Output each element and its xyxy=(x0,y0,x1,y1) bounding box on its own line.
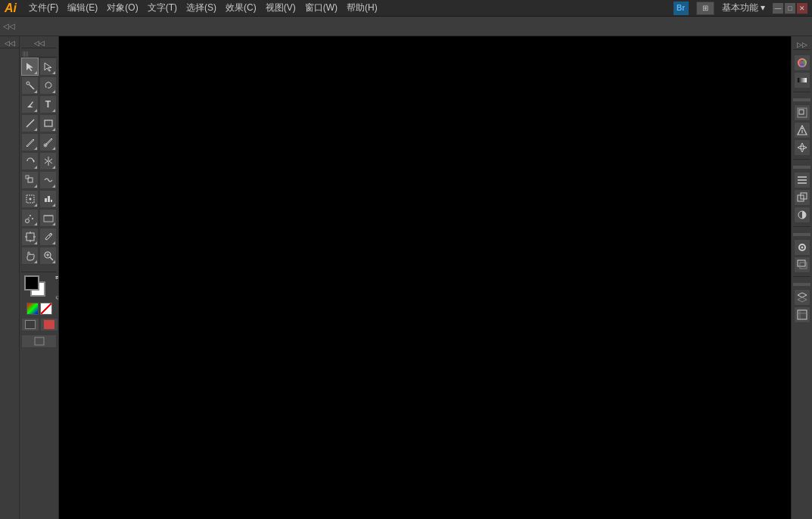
fill-color-box[interactable] xyxy=(24,275,39,291)
right-panels-collapse[interactable]: ▷▷ xyxy=(793,39,810,50)
close-button[interactable]: ✕ xyxy=(797,3,807,14)
svg-point-51 xyxy=(801,247,803,249)
free-transform-tool[interactable] xyxy=(21,190,39,208)
direct-select-tool[interactable] xyxy=(39,57,57,76)
canvas-area[interactable] xyxy=(59,36,791,519)
pathfinder-panel-icon[interactable] xyxy=(794,189,810,206)
warp-tool[interactable] xyxy=(39,171,57,189)
magic-wand-tool[interactable] xyxy=(21,76,39,95)
control-bar: ◁◁ xyxy=(0,17,812,36)
rotate-tool[interactable] xyxy=(21,152,39,170)
tool-row-8 xyxy=(21,190,57,208)
change-screen-mode-button[interactable] xyxy=(21,334,57,348)
links-panel-icon[interactable] xyxy=(794,306,810,323)
right-panels: ▷▷ xyxy=(791,36,812,519)
svg-point-10 xyxy=(29,198,31,200)
menu-select[interactable]: 选择(S) xyxy=(182,0,221,16)
scale-tool[interactable] xyxy=(21,171,39,189)
svg-rect-12 xyxy=(48,196,50,202)
panel-separator-3 xyxy=(793,233,810,236)
title-bar-left: Ai 文件(F) 编辑(E) 对象(O) 文字(T) 选择(S) 效果(C) 视… xyxy=(5,0,382,16)
svg-point-42 xyxy=(801,128,803,129)
arrange-documents-icon[interactable]: ⊞ xyxy=(696,2,714,15)
graph-tool[interactable] xyxy=(39,190,57,208)
svg-point-17 xyxy=(28,217,30,219)
tool-row-2 xyxy=(21,76,57,95)
color-button[interactable] xyxy=(26,303,39,315)
maximize-button[interactable]: □ xyxy=(785,3,795,14)
layers-panel-icon[interactable] xyxy=(794,289,810,306)
pencil-tool[interactable] xyxy=(21,133,39,151)
symbol-sprayer-tool[interactable] xyxy=(21,209,39,227)
svg-rect-38 xyxy=(798,78,807,82)
svg-rect-56 xyxy=(798,310,807,319)
menu-window[interactable]: 窗口(W) xyxy=(300,0,342,16)
select-tool[interactable] xyxy=(21,57,39,76)
tools-panel-collapse[interactable]: ◁◁ xyxy=(21,38,57,48)
symbols-panel-icon[interactable] xyxy=(794,139,810,156)
panel-separator-4 xyxy=(793,283,810,286)
svg-marker-54 xyxy=(798,293,807,297)
main-area: ◁◁ ◁◁ |||| xyxy=(0,36,812,519)
menu-view[interactable]: 视图(V) xyxy=(261,0,300,16)
view-mode-buttons xyxy=(21,318,58,331)
artboards-panel-icon[interactable] xyxy=(794,256,810,273)
transparency-panel-icon[interactable] xyxy=(794,207,810,223)
color-mode-buttons xyxy=(23,303,55,315)
tool-row-3: T xyxy=(21,95,57,113)
none-fill-button[interactable] xyxy=(40,303,52,315)
color-section: ↺ ⇄ xyxy=(21,272,57,316)
svg-rect-3 xyxy=(45,120,52,126)
menu-text[interactable]: 文字(T) xyxy=(143,0,182,16)
svg-point-14 xyxy=(25,219,29,223)
normal-view-button[interactable] xyxy=(21,318,39,331)
svg-rect-32 xyxy=(44,320,54,329)
zoom-tool[interactable] xyxy=(39,247,57,265)
align-panel-icon[interactable] xyxy=(794,172,810,188)
color-panel-icon[interactable] xyxy=(794,54,810,71)
reflect-tool[interactable] xyxy=(39,152,57,170)
title-bar-right: Br ⊞ 基本功能 ▾ — □ ✕ xyxy=(674,2,807,15)
panel-separator-2 xyxy=(793,166,810,169)
tools-panel: ◁◁ |||| xyxy=(20,36,59,519)
menu-effect[interactable]: 效果(C) xyxy=(221,0,261,16)
brush-tool[interactable] xyxy=(39,133,57,151)
menu-help[interactable]: 帮助(H) xyxy=(342,0,382,16)
minimize-button[interactable]: — xyxy=(773,3,783,14)
bridge-icon[interactable]: Br xyxy=(674,2,689,15)
rect-tool[interactable] xyxy=(39,114,57,132)
title-bar: Ai 文件(F) 编辑(E) 对象(O) 文字(T) 选择(S) 效果(C) 视… xyxy=(0,0,812,17)
hand-tool[interactable] xyxy=(21,247,39,265)
tool-row-5 xyxy=(21,133,57,151)
appearance-panel-icon[interactable] xyxy=(794,122,810,138)
svg-point-37 xyxy=(800,63,804,67)
draw-behind-button[interactable] xyxy=(40,318,58,331)
workspace-label[interactable]: 基本功能 ▾ xyxy=(722,2,765,14)
svg-point-16 xyxy=(32,218,33,219)
left-toolbar-collapse[interactable]: ◁◁ xyxy=(0,38,19,48)
svg-marker-5 xyxy=(33,160,35,163)
tool-row-9 xyxy=(21,209,57,227)
transform-panel-icon[interactable] xyxy=(794,104,810,121)
lasso-tool[interactable] xyxy=(39,76,57,95)
menu-edit[interactable]: 编辑(E) xyxy=(63,0,102,16)
gradient-panel-icon[interactable] xyxy=(794,72,810,89)
pen-tool[interactable] xyxy=(21,95,39,113)
eyedropper-tool[interactable] xyxy=(39,228,57,246)
svg-line-2 xyxy=(26,120,34,127)
svg-rect-52 xyxy=(798,260,805,266)
window-controls: — □ ✕ xyxy=(773,3,807,14)
line-tool[interactable] xyxy=(21,114,39,132)
menu-object[interactable]: 对象(O) xyxy=(102,0,142,16)
stroke-panel-icon[interactable] xyxy=(794,239,810,256)
control-bar-icon: ◁◁ xyxy=(3,22,15,30)
svg-rect-20 xyxy=(26,233,34,241)
panel-separator-1 xyxy=(793,98,810,101)
ruler-corner: |||| xyxy=(21,50,57,57)
type-tool[interactable]: T xyxy=(39,95,57,113)
tool-row-10 xyxy=(21,228,57,246)
menu-file[interactable]: 文件(F) xyxy=(24,0,63,16)
column-graph-tool[interactable] xyxy=(39,209,57,227)
tool-row-7 xyxy=(21,171,57,189)
artboard-tool[interactable] xyxy=(21,228,39,246)
